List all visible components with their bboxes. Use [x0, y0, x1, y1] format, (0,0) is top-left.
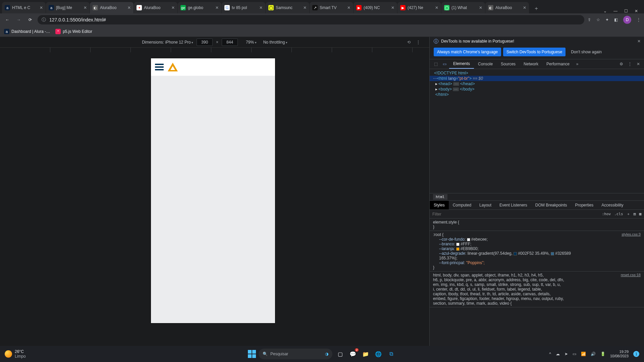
source-link[interactable]: reset.css:18: [621, 273, 641, 277]
devtools-tab[interactable]: Performance: [542, 59, 574, 69]
styles-subtab[interactable]: Event Listeners: [495, 201, 531, 209]
device-more-icon[interactable]: ⋮: [416, 40, 421, 45]
extensions-icon[interactable]: ✦: [605, 17, 609, 22]
notification-center[interactable]: 1: [633, 351, 639, 357]
hamburger-icon[interactable]: [155, 64, 164, 70]
chrome-menu-icon[interactable]: ⋮: [637, 17, 641, 22]
selected-dom-node[interactable]: ⋯<html lang="pt-br"> == $0: [430, 76, 644, 81]
forward-button[interactable]: →: [15, 16, 23, 24]
dom-breadcrumb[interactable]: html: [430, 193, 644, 200]
devtools-tab[interactable]: Network: [520, 59, 542, 69]
tray-chevron-icon[interactable]: ^: [549, 352, 551, 356]
devtools-close-icon[interactable]: ✕: [635, 62, 642, 66]
taskbar-app-vscode[interactable]: ⧉: [386, 349, 396, 359]
browser-tab[interactable]: ◯(1) What✕: [441, 2, 485, 13]
browser-tab[interactable]: a[Bug] Me✕: [46, 2, 90, 13]
bookmark-star-icon[interactable]: ☆: [596, 17, 600, 22]
banner-close-icon[interactable]: ✕: [637, 39, 641, 44]
close-tab-icon[interactable]: ✕: [127, 5, 131, 10]
more-tabs-icon[interactable]: »: [574, 62, 581, 66]
profile-avatar[interactable]: D: [623, 16, 631, 24]
devtools-tab[interactable]: Console: [474, 59, 497, 69]
taskbar-app-explorer[interactable]: 📁: [361, 349, 371, 359]
switch-language-button[interactable]: Switch DevTools to Portuguese: [503, 48, 566, 56]
device-width-input[interactable]: [197, 39, 213, 46]
inspect-element-icon[interactable]: ⬚: [432, 60, 440, 68]
styles-subtab[interactable]: Properties: [571, 201, 598, 209]
share-icon[interactable]: ⇪: [588, 17, 591, 22]
reload-button[interactable]: ⟳: [26, 16, 34, 24]
taskbar-app-chat[interactable]: 💬2: [348, 349, 358, 359]
styles-subtab[interactable]: DOM Breakpoints: [531, 201, 571, 209]
throttling-selector[interactable]: No throttling: [263, 40, 287, 45]
weather-widget[interactable]: 26°C Limpo: [5, 349, 26, 359]
close-tab-icon[interactable]: ✕: [391, 5, 394, 10]
maximize-icon[interactable]: ☐: [624, 9, 628, 13]
rotate-icon[interactable]: ⟲: [407, 40, 411, 45]
close-tab-icon[interactable]: ✕: [347, 5, 351, 10]
new-tab-button[interactable]: ＋: [531, 3, 541, 13]
styles-subtab[interactable]: Computed: [449, 201, 475, 209]
browser-tab[interactable]: aHTML e C✕: [2, 2, 46, 13]
always-match-button[interactable]: Always match Chrome's language: [434, 48, 501, 56]
start-button[interactable]: [248, 350, 256, 358]
sidepanel-icon[interactable]: ◧: [614, 17, 618, 22]
hov-toggle[interactable]: :hov: [602, 212, 611, 216]
device-selector[interactable]: Dimensions: iPhone 12 Pro: [142, 40, 193, 45]
browser-tab[interactable]: Gtv 85 pol✕: [222, 2, 265, 13]
close-tab-icon[interactable]: ✕: [215, 5, 219, 10]
close-tab-icon[interactable]: ✕: [479, 5, 482, 10]
new-style-rule-icon[interactable]: ＋: [627, 212, 630, 217]
browser-tab[interactable]: ▶(427) Ne✕: [397, 2, 441, 13]
browser-tab[interactable]: ◐AluraBoo✕: [90, 2, 133, 13]
browser-tab[interactable]: ▶(409) NC✕: [354, 2, 397, 13]
devtools-tab[interactable]: Elements: [449, 59, 474, 69]
minimize-icon[interactable]: ―: [613, 9, 618, 13]
devtools-tab[interactable]: Sources: [497, 59, 520, 69]
styles-rules[interactable]: element.style { } styles.css:3 :root { -…: [430, 219, 644, 346]
close-tab-icon[interactable]: ✕: [40, 5, 43, 10]
dont-show-again-button[interactable]: Don't show again: [568, 48, 605, 56]
close-tab-icon[interactable]: ✕: [259, 5, 263, 10]
close-tab-icon[interactable]: ✕: [523, 5, 526, 10]
wifi-icon[interactable]: 📶: [581, 352, 586, 356]
devtools-settings-icon[interactable]: ⚙: [618, 62, 625, 66]
volume-icon[interactable]: 🔊: [591, 352, 596, 356]
styles-subtab[interactable]: Accessibility: [597, 201, 627, 209]
task-view-icon[interactable]: ▢: [335, 349, 345, 359]
location-icon[interactable]: ➤: [565, 352, 568, 356]
browser-tab[interactable]: ◯Samsunc✕: [266, 2, 309, 13]
clock[interactable]: 19:29 10/08/2023: [610, 350, 629, 358]
devtools-more-icon[interactable]: ⋮: [626, 62, 634, 66]
taskbar-search[interactable]: 🔍 Pesquisar ◑: [259, 349, 332, 359]
styles-subtab[interactable]: Layout: [475, 201, 495, 209]
browser-tab[interactable]: ◐AluraBoo✕: [485, 2, 529, 13]
rendering-icon[interactable]: ▦: [639, 212, 641, 216]
dom-tree[interactable]: <!DOCTYPE html> ⋯<html lang="pt-br"> == …: [430, 69, 644, 193]
device-height-input[interactable]: [222, 39, 238, 46]
computed-toggle-icon[interactable]: ▤: [634, 212, 636, 216]
source-link[interactable]: styles.css:3: [622, 232, 641, 236]
close-tab-icon[interactable]: ✕: [171, 5, 175, 10]
browser-tab[interactable]: gege.globo✕: [178, 2, 221, 13]
browser-tab[interactable]: ↗Smart TV✕: [310, 2, 353, 13]
close-tab-icon[interactable]: ✕: [84, 5, 87, 10]
bookmark-item[interactable]: *p5.js Web Editor: [55, 29, 92, 34]
bookmark-item[interactable]: aDashboard | Alura -…: [4, 29, 50, 34]
zoom-selector[interactable]: 79%: [246, 40, 257, 45]
language-icon[interactable]: ▭: [573, 352, 576, 356]
address-bar[interactable]: ⓘ 127.0.0.1:5500/index.html#: [38, 15, 584, 24]
browser-tab[interactable]: ✦AluraBoo✕: [134, 2, 177, 13]
battery-icon[interactable]: 🔋: [600, 352, 605, 356]
site-info-icon[interactable]: ⓘ: [42, 17, 46, 23]
styles-subtab[interactable]: Styles: [430, 201, 449, 209]
close-tab-icon[interactable]: ✕: [435, 5, 438, 10]
tab-search-icon[interactable]: ⌄: [603, 9, 607, 13]
cls-toggle[interactable]: .cls: [614, 212, 623, 216]
taskbar-app-chrome[interactable]: 🌐: [373, 349, 383, 359]
onedrive-icon[interactable]: ☁: [556, 352, 560, 356]
styles-filter-input[interactable]: [432, 212, 599, 217]
close-window-icon[interactable]: ✕: [635, 9, 638, 13]
device-toggle-icon[interactable]: ▭: [440, 60, 448, 68]
close-tab-icon[interactable]: ✕: [303, 5, 307, 10]
